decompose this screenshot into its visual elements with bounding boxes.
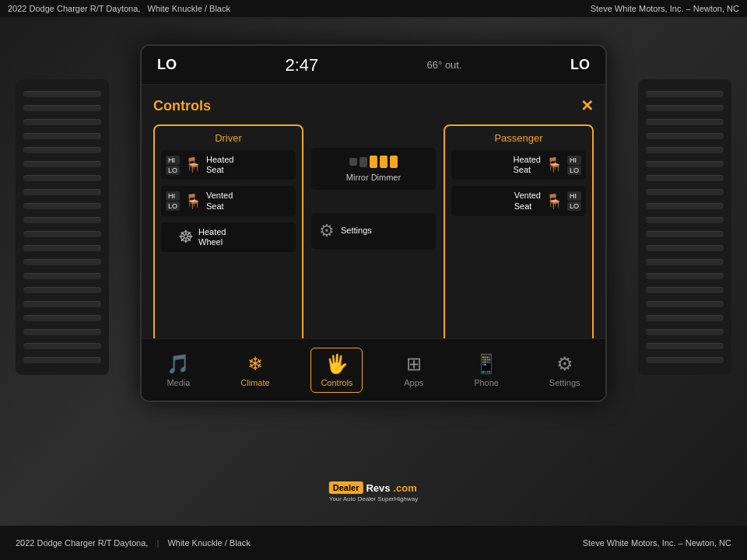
passenger-vented-seat-control[interactable]: VentedSeat 🪑 HI LO (451, 186, 586, 215)
top-info-bar: 2022 Dodge Charger R/T Daytona, White Kn… (0, 0, 747, 17)
mirror-dimmer-control[interactable]: Mirror Dimmer (311, 148, 436, 190)
media-icon: 🎵 (167, 353, 190, 375)
passenger-vented-seat-hi-lo: HI LO (567, 191, 581, 211)
nav-climate[interactable]: ❄ Climate (231, 348, 279, 392)
passenger-heated-seat-control[interactable]: HeatedSeat 🪑 HI LO (451, 150, 586, 180)
settings-control[interactable]: ⚙ Settings (311, 213, 436, 249)
settings-nav-label: Settings (549, 378, 580, 387)
controls-title: Controls (153, 98, 211, 114)
controls-panel: Controls ✕ Driver HI LO 🪑 HeatedSeat (142, 85, 605, 365)
heated-seat-icon: 🪑 (184, 156, 202, 173)
bar-4 (380, 156, 388, 168)
phone-label: Phone (474, 378, 499, 387)
passenger-heated-seat-hi-lo: HI LO (567, 156, 581, 175)
infotainment-screen: LO 2:47 66° out. LO Controls ✕ Driver HI (140, 44, 607, 402)
vented-seat-lo[interactable]: LO (166, 201, 180, 211)
settings-nav-icon: ⚙ (556, 353, 573, 375)
watermark-tagline: Your Auto Dealer SuperHighway (329, 495, 418, 502)
bar-1 (349, 158, 357, 166)
vented-seat-hi-lo: HI LO (166, 191, 180, 211)
driver-vented-seat-control[interactable]: HI LO 🪑 VentedSeat (161, 186, 296, 215)
controls-grid: Driver HI LO 🪑 HeatedSeat HI (153, 124, 594, 350)
nav-phone[interactable]: 📱 Phone (465, 348, 508, 392)
bottom-title: 2022 Dodge Charger R/T Daytona, | White … (16, 538, 251, 548)
nav-controls[interactable]: 🖐 Controls (310, 348, 363, 393)
close-button[interactable]: ✕ (580, 96, 594, 115)
passenger-heated-hi[interactable]: HI (567, 156, 581, 165)
bar-3 (370, 156, 377, 168)
driver-section: Driver HI LO 🪑 HeatedSeat HI (153, 124, 303, 350)
passenger-vented-lo[interactable]: LO (567, 201, 581, 211)
screen-header: LO 2:47 66° out. LO (142, 46, 605, 85)
top-title: 2022 Dodge Charger R/T Daytona, White Kn… (8, 4, 230, 13)
driver-title: Driver (161, 132, 296, 144)
driver-heated-seat-control[interactable]: HI LO 🪑 HeatedSeat (161, 150, 296, 180)
apps-label: Apps (404, 378, 423, 387)
passenger-vented-seat-label: VentedSeat (514, 191, 541, 211)
nav-media[interactable]: 🎵 Media (157, 348, 199, 392)
nav-bar: 🎵 Media ❄ Climate 🖐 Controls ⊞ Apps 📱 Ph… (142, 338, 605, 401)
photo-background: LO 2:47 66° out. LO Controls ✕ Driver HI (0, 17, 747, 526)
bar-5 (390, 156, 398, 168)
heated-seat-label: HeatedSeat (206, 155, 233, 175)
passenger-title: Passenger (451, 132, 586, 144)
nav-settings[interactable]: ⚙ Settings (540, 348, 590, 392)
nav-apps[interactable]: ⊞ Apps (395, 348, 433, 392)
phone-icon: 📱 (475, 353, 498, 375)
climate-icon: ❄ (247, 353, 263, 375)
settings-label: Settings (341, 226, 372, 236)
screen-time: 2:47 (285, 55, 318, 75)
passenger-vented-hi[interactable]: HI (567, 191, 581, 201)
heated-seat-hi-lo: HI LO (166, 156, 180, 175)
heated-seat-hi[interactable]: HI (166, 156, 180, 165)
top-dealer: Steve White Motors, Inc. – Newton, NC (591, 4, 739, 13)
watermark-dealer: Dealer (329, 481, 363, 494)
settings-gear-icon: ⚙ (319, 221, 335, 241)
media-label: Media (167, 378, 190, 387)
climate-label: Climate (240, 378, 269, 387)
right-vent (638, 79, 731, 375)
lo-left: LO (157, 57, 177, 73)
driver-heated-wheel-control[interactable]: ☸ HeatedWheel (161, 222, 296, 252)
controls-nav-label: Controls (321, 378, 352, 387)
bar-2 (359, 157, 367, 167)
heated-wheel-icon: ☸ (178, 227, 194, 247)
passenger-section: Passenger HeatedSeat 🪑 HI LO VentedSeat (444, 124, 594, 350)
left-vent (16, 79, 109, 375)
mirror-bars (349, 156, 398, 168)
vented-seat-label: VentedSeat (206, 191, 233, 211)
watermark-revs: Revs (366, 482, 390, 494)
watermark-com: .com (393, 482, 416, 494)
passenger-heated-seat-label: HeatedSeat (514, 155, 541, 175)
vented-seat-hi[interactable]: HI (166, 191, 180, 201)
watermark-logo: Dealer Revs .com (329, 481, 418, 494)
heated-wheel-label: HeatedWheel (198, 227, 226, 247)
controls-title-row: Controls ✕ (153, 96, 594, 115)
vented-seat-icon: 🪑 (184, 193, 202, 210)
heated-seat-lo[interactable]: LO (166, 166, 180, 175)
middle-controls: Mirror Dimmer ⚙ Settings (311, 124, 436, 350)
passenger-heated-seat-icon: 🪑 (545, 156, 563, 173)
bottom-info-bar: 2022 Dodge Charger R/T Daytona, | White … (0, 526, 747, 560)
passenger-heated-lo[interactable]: LO (567, 166, 581, 175)
apps-icon: ⊞ (406, 353, 422, 375)
controls-icon: 🖐 (325, 353, 349, 375)
lo-right: LO (570, 57, 590, 73)
bottom-dealer: Steve White Motors, Inc. – Newton, NC (583, 538, 731, 548)
watermark: Dealer Revs .com Your Auto Dealer SuperH… (329, 481, 418, 502)
passenger-vented-seat-icon: 🪑 (545, 193, 563, 210)
mirror-dimmer-label: Mirror Dimmer (346, 173, 401, 182)
screen-temp: 66° out. (427, 59, 462, 71)
